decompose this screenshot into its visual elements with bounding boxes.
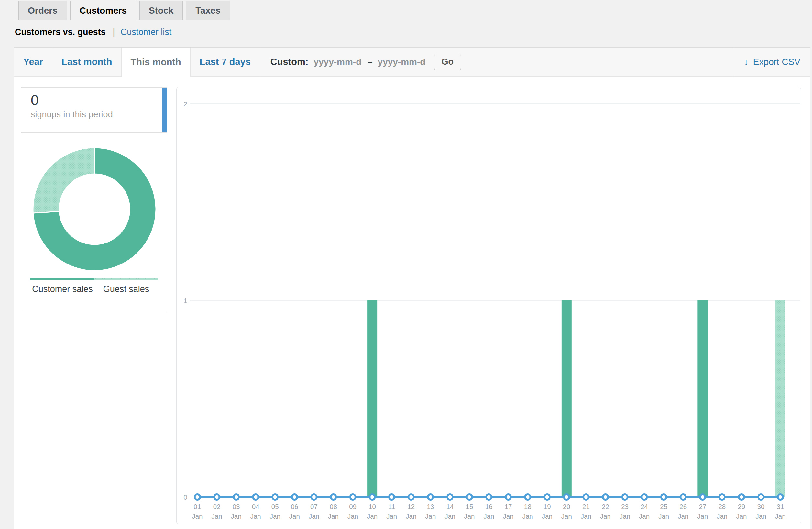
report-panel: Year Last month This month Last 7 days C… xyxy=(14,47,810,529)
report-subnav: Customers vs. guests | Customer list xyxy=(15,27,172,37)
svg-text:Jan: Jan xyxy=(212,513,222,520)
range-this-month[interactable]: This month xyxy=(122,47,190,77)
go-button[interactable]: Go xyxy=(434,54,461,70)
range-last-month[interactable]: Last month xyxy=(53,47,121,76)
range-bar-spacer xyxy=(472,47,734,76)
svg-text:2: 2 xyxy=(184,100,187,108)
tab-orders[interactable]: Orders xyxy=(18,1,67,20)
customer-sales-legend-label: Customer sales xyxy=(32,284,93,294)
svg-text:04: 04 xyxy=(252,503,259,510)
svg-text:30: 30 xyxy=(757,503,765,510)
svg-text:10: 10 xyxy=(368,503,376,510)
svg-text:28: 28 xyxy=(718,503,726,510)
svg-text:Jan: Jan xyxy=(484,513,494,520)
svg-text:21: 21 xyxy=(582,503,590,510)
donut-legend-strip xyxy=(30,278,158,280)
svg-text:Jan: Jan xyxy=(522,513,533,520)
svg-text:23: 23 xyxy=(621,503,628,510)
svg-text:17: 17 xyxy=(505,503,512,510)
svg-text:15: 15 xyxy=(466,503,473,510)
svg-text:Jan: Jan xyxy=(328,513,339,520)
customer-list-link[interactable]: Customer list xyxy=(121,27,172,37)
svg-text:08: 08 xyxy=(330,503,337,510)
svg-text:14: 14 xyxy=(447,503,454,510)
svg-text:11: 11 xyxy=(388,503,395,510)
svg-text:07: 07 xyxy=(310,503,318,510)
svg-text:12: 12 xyxy=(407,503,415,510)
date-range-bar: Year Last month This month Last 7 days C… xyxy=(14,47,810,77)
tab-stock[interactable]: Stock xyxy=(140,1,183,20)
svg-text:Jan: Jan xyxy=(775,513,786,520)
svg-text:Jan: Jan xyxy=(736,513,746,520)
svg-text:Jan: Jan xyxy=(716,513,727,520)
svg-text:16: 16 xyxy=(485,503,493,510)
svg-text:27: 27 xyxy=(699,503,706,510)
tab-customers[interactable]: Customers xyxy=(70,1,136,20)
signups-accent-bar xyxy=(162,88,166,132)
svg-text:Jan: Jan xyxy=(231,513,242,520)
svg-text:Jan: Jan xyxy=(386,513,397,520)
svg-text:06: 06 xyxy=(291,503,298,510)
svg-text:Jan: Jan xyxy=(639,513,650,520)
guest-sales-legend-label: Guest sales xyxy=(103,284,149,294)
svg-text:20: 20 xyxy=(563,503,570,510)
export-csv-link[interactable]: ↓ Export CSV xyxy=(734,47,810,76)
svg-text:22: 22 xyxy=(602,503,609,510)
svg-text:Jan: Jan xyxy=(309,513,319,520)
customer-sales-legend-swatch xyxy=(30,278,95,280)
signups-label: signups in this period xyxy=(31,109,166,120)
svg-text:Jan: Jan xyxy=(755,513,766,520)
svg-text:Jan: Jan xyxy=(561,513,572,520)
main-chart-box: 01201Jan02Jan03Jan04Jan05Jan06Jan07Jan08… xyxy=(176,87,801,524)
svg-text:Jan: Jan xyxy=(503,513,514,520)
svg-text:1: 1 xyxy=(184,297,187,304)
svg-text:Jan: Jan xyxy=(289,513,300,520)
svg-text:Jan: Jan xyxy=(192,513,203,520)
svg-text:19: 19 xyxy=(543,503,551,510)
svg-text:26: 26 xyxy=(679,503,687,510)
svg-text:Jan: Jan xyxy=(270,513,280,520)
svg-text:Jan: Jan xyxy=(678,513,688,520)
custom-range-section: Custom: – Go xyxy=(260,47,472,76)
svg-text:02: 02 xyxy=(213,503,221,510)
svg-text:01: 01 xyxy=(194,503,201,510)
custom-date-start-input[interactable] xyxy=(314,57,362,67)
range-last-7-days[interactable]: Last 7 days xyxy=(190,47,260,76)
svg-text:Jan: Jan xyxy=(658,513,669,520)
signups-sales-chart: 01201Jan02Jan03Jan04Jan05Jan06Jan07Jan08… xyxy=(177,87,801,524)
svg-text:05: 05 xyxy=(272,503,279,510)
subnav-separator: | xyxy=(113,27,115,37)
svg-text:0: 0 xyxy=(184,494,187,501)
svg-text:09: 09 xyxy=(349,503,357,510)
svg-text:Jan: Jan xyxy=(697,513,708,520)
date-range-dash: – xyxy=(367,57,372,67)
guest-sales-legend-swatch xyxy=(95,278,159,280)
download-icon: ↓ xyxy=(744,57,749,67)
svg-text:25: 25 xyxy=(660,503,667,510)
svg-text:Jan: Jan xyxy=(425,513,436,520)
custom-date-end-input[interactable] xyxy=(378,57,426,67)
subnav-current-report: Customers vs. guests xyxy=(15,27,106,37)
svg-text:24: 24 xyxy=(640,503,648,510)
svg-text:29: 29 xyxy=(738,503,745,510)
svg-text:Jan: Jan xyxy=(445,513,455,520)
svg-text:13: 13 xyxy=(427,503,434,510)
export-csv-label: Export CSV xyxy=(753,57,800,67)
svg-text:Jan: Jan xyxy=(464,513,475,520)
svg-text:18: 18 xyxy=(524,503,532,510)
svg-text:Jan: Jan xyxy=(542,513,553,520)
signups-stat-box: 0 signups in this period xyxy=(21,87,167,133)
tab-taxes[interactable]: Taxes xyxy=(186,1,230,20)
report-tabs: Orders Customers Stock Taxes xyxy=(15,0,812,20)
svg-text:Jan: Jan xyxy=(250,513,261,520)
range-year[interactable]: Year xyxy=(14,47,53,76)
svg-text:Jan: Jan xyxy=(367,513,378,520)
report-content: 0 signups in this period Customer sales … xyxy=(14,77,810,529)
customer-vs-guest-donut-box: Customer sales Guest sales xyxy=(21,140,167,313)
signups-count: 0 xyxy=(31,92,166,108)
svg-text:Jan: Jan xyxy=(406,513,416,520)
svg-text:Jan: Jan xyxy=(620,513,630,520)
svg-text:Jan: Jan xyxy=(600,513,611,520)
reports-page: Orders Customers Stock Taxes Customers v… xyxy=(0,0,812,529)
custom-range-label: Custom: xyxy=(271,57,309,67)
